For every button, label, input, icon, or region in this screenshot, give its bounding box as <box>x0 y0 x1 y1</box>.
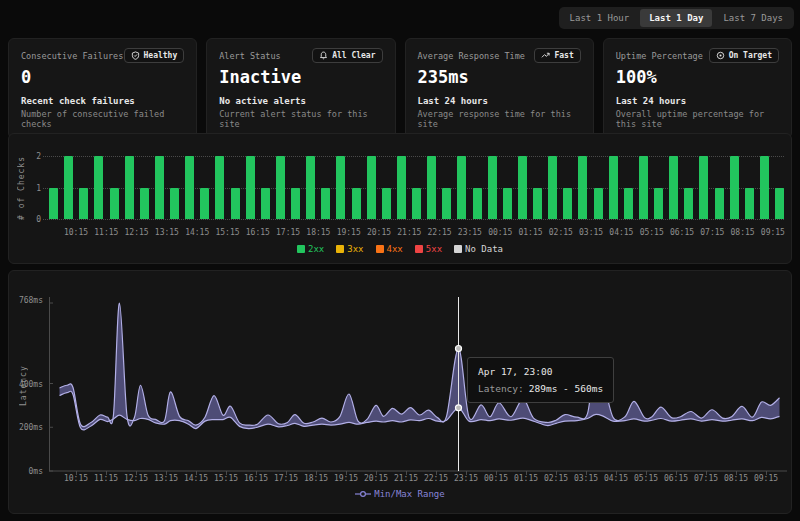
check-bar[interactable] <box>125 156 134 219</box>
card-description: Average response time for this site <box>418 109 581 129</box>
check-bar[interactable] <box>578 156 587 219</box>
status-code-legend: 2xx3xx4xx5xxNo Data <box>9 244 791 254</box>
tooltip-row: Latency:289ms - 560ms <box>478 383 603 394</box>
check-bar[interactable] <box>261 188 270 220</box>
y-tick-label: 2 <box>11 152 41 161</box>
check-bar[interactable] <box>291 188 300 220</box>
check-bar[interactable] <box>49 188 58 220</box>
legend-swatch <box>454 245 462 253</box>
x-tick-label: 09:15 <box>754 474 778 483</box>
check-bar[interactable] <box>533 188 542 220</box>
badge-label: Healthy <box>144 51 178 60</box>
check-bar[interactable] <box>563 188 572 220</box>
tooltip-value: 289ms - 560ms <box>529 383 603 394</box>
check-bar[interactable] <box>442 188 451 220</box>
check-bar[interactable] <box>503 188 512 220</box>
card-subtitle: Recent check failures <box>21 96 184 106</box>
card-description: Current alert status for this site <box>219 109 382 129</box>
legend-swatch <box>297 245 305 253</box>
x-tick-label: 00:15 <box>484 474 508 483</box>
legend-label: 5xx <box>426 244 442 254</box>
check-bar[interactable] <box>488 156 497 219</box>
check-bar[interactable] <box>170 188 179 220</box>
card-header: Consecutive Failures Healthy <box>21 48 184 63</box>
check-bar[interactable] <box>321 188 330 220</box>
legend-item-no-data: No Data <box>454 244 503 254</box>
card-title: Uptime Percentage <box>616 48 703 61</box>
badge-label: Fast <box>554 51 573 60</box>
x-tick-label: 15:15 <box>215 228 239 237</box>
check-bar[interactable] <box>336 156 345 219</box>
check-bar[interactable] <box>306 156 315 219</box>
card-header: Uptime Percentage On Target <box>616 48 779 63</box>
status-badge: Fast <box>534 48 580 63</box>
check-bar[interactable] <box>654 188 663 220</box>
checks-bar-plot[interactable] <box>49 156 784 219</box>
legend-swatch <box>376 245 384 253</box>
x-tick-label: 19:15 <box>334 474 358 483</box>
card-subtitle: Last 24 hours <box>616 96 779 106</box>
check-bar[interactable] <box>760 156 769 219</box>
check-bar[interactable] <box>397 156 406 219</box>
check-bar[interactable] <box>669 156 678 219</box>
check-bar[interactable] <box>457 156 466 219</box>
y-tick-label: 1 <box>11 184 41 193</box>
x-tick-label: 04:15 <box>609 228 633 237</box>
card-value: 100% <box>616 67 779 87</box>
check-bar[interactable] <box>639 156 648 219</box>
check-bar[interactable] <box>473 188 482 220</box>
check-bar[interactable] <box>200 188 209 220</box>
x-tick-label: 20:15 <box>364 474 388 483</box>
check-bar[interactable] <box>775 188 784 220</box>
line-marker-icon <box>355 490 371 498</box>
card-description: Number of consecutive failed checks <box>21 109 184 129</box>
check-bar[interactable] <box>215 156 224 219</box>
check-bar[interactable] <box>352 188 361 220</box>
check-bar[interactable] <box>412 188 421 220</box>
check-bar[interactable] <box>609 156 618 219</box>
x-tick-label: 01:15 <box>514 474 538 483</box>
x-tick-label: 12:15 <box>124 474 148 483</box>
check-bar[interactable] <box>684 188 693 220</box>
check-bar[interactable] <box>745 188 754 220</box>
x-tick-label: 05:15 <box>640 228 664 237</box>
check-bar[interactable] <box>94 156 103 219</box>
check-bar[interactable] <box>624 188 633 220</box>
latency-chart-panel: Latency 768ms400ms200ms0ms 10:1511:1512:… <box>8 270 792 514</box>
monitoring-dashboard: Last 1 Hour Last 1 Day Last 7 Days Conse… <box>0 0 800 521</box>
check-bar[interactable] <box>518 156 527 219</box>
check-bar[interactable] <box>185 156 194 219</box>
range-button-last-7-days[interactable]: Last 7 Days <box>714 9 792 27</box>
check-bar[interactable] <box>140 188 149 220</box>
card-title: Consecutive Failures <box>21 48 123 61</box>
x-tick-label: 21:15 <box>394 474 418 483</box>
latency-chart-svg[interactable] <box>49 291 789 481</box>
check-bar[interactable] <box>64 156 73 219</box>
check-bar[interactable] <box>699 156 708 219</box>
check-bar[interactable] <box>715 188 724 220</box>
check-bar[interactable] <box>730 156 739 219</box>
time-range-selector: Last 1 Hour Last 1 Day Last 7 Days <box>559 7 794 29</box>
x-tick-label: 11:15 <box>94 228 118 237</box>
badge-label: All Clear <box>332 51 375 60</box>
check-bar[interactable] <box>110 188 119 220</box>
check-bar[interactable] <box>246 156 255 219</box>
legend-label: No Data <box>465 244 503 254</box>
x-tick-label: 22:15 <box>424 474 448 483</box>
check-bar[interactable] <box>231 188 240 220</box>
check-bar[interactable] <box>155 156 164 219</box>
check-bar[interactable] <box>79 188 88 220</box>
card-subtitle: Last 24 hours <box>418 96 581 106</box>
check-bar[interactable] <box>367 156 376 219</box>
x-tick-label: 04:15 <box>604 474 628 483</box>
range-button-last-1-hour[interactable]: Last 1 Hour <box>561 9 639 27</box>
range-button-last-1-day[interactable]: Last 1 Day <box>640 9 712 27</box>
x-tick-label: 21:15 <box>397 228 421 237</box>
x-tick-label: 14:15 <box>184 474 208 483</box>
check-bar[interactable] <box>276 156 285 219</box>
check-bar[interactable] <box>548 156 557 219</box>
check-bar[interactable] <box>427 156 436 219</box>
x-tick-label: 03:15 <box>579 228 603 237</box>
check-bar[interactable] <box>594 188 603 220</box>
check-bar[interactable] <box>382 188 391 220</box>
